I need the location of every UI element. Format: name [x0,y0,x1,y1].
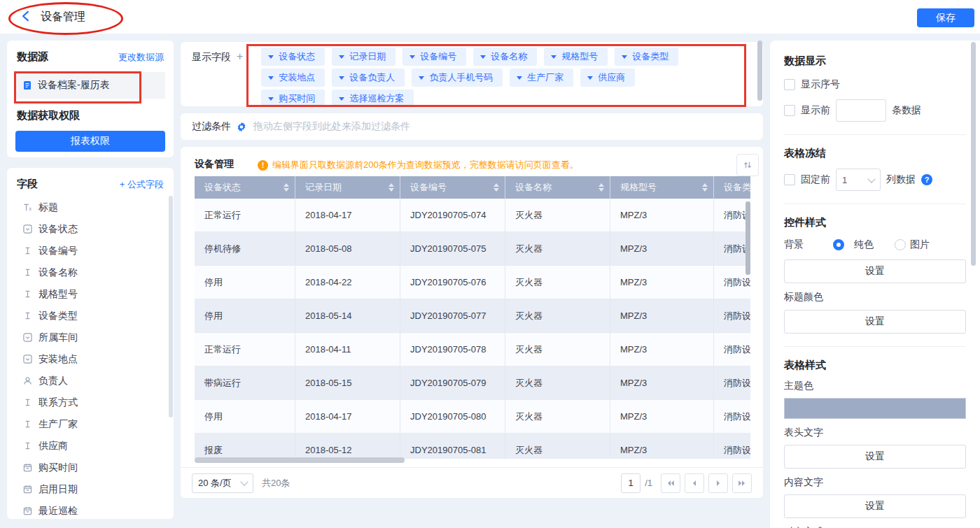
fields-scrollbar-thumb[interactable] [169,196,173,418]
sort-arrows-icon[interactable] [388,183,394,192]
prev-page-button[interactable] [685,473,704,493]
gear-icon[interactable] [237,122,246,131]
chevron-down-icon [268,97,274,101]
field-item[interactable]: 规格型号 [7,283,174,305]
display-field-chip[interactable]: 规格型号 [544,48,608,66]
display-field-chip[interactable]: 生产厂家 [510,69,573,87]
table-body: 正常运行2018-04-17JDY20190705-074灭火器MPZ/3消防设… [195,199,750,459]
change-datasource-link[interactable]: 更改数据源 [118,51,164,64]
table-horizontal-scrollbar[interactable] [195,457,405,463]
next-page-button[interactable] [708,473,728,493]
field-label: 启用日期 [38,483,78,496]
display-field-chip[interactable]: 负责人手机号码 [412,69,503,87]
help-icon[interactable]: ? [921,174,932,185]
field-item[interactable]: 供应商 [7,435,174,457]
row-limit-input[interactable] [836,99,886,122]
table-cell: 灭火器 [505,400,610,433]
field-item[interactable]: 设备名称 [7,262,174,283]
table-freeze-title: 表格冻结 [784,147,966,160]
permission-title: 数据获取权限 [17,109,164,122]
content-text-set-button[interactable]: 设置 [784,494,966,518]
field-item[interactable]: 安装地点 [7,348,174,370]
field-item[interactable]: 生产厂家 [7,413,174,435]
field-item[interactable]: 设备类型 [7,305,174,327]
sort-arrows-icon[interactable] [598,183,604,192]
field-item[interactable]: 启用日期 [7,478,174,500]
filter-card: 过滤条件 拖动左侧字段到此处来添加过滤条件 [181,113,763,140]
column-header[interactable]: 设备编号 [400,176,505,199]
table-vertical-scrollbar[interactable] [746,201,750,275]
display-field-chip[interactable]: 购买时间 [261,90,325,108]
middle-scrollbar-thumb[interactable] [757,41,762,101]
back-icon[interactable] [20,10,32,22]
image-radio[interactable] [895,239,906,250]
column-header[interactable]: 设备状态 [195,176,295,199]
display-field-chip[interactable]: 选择巡检方案 [332,90,414,108]
preview-warning: ! 编辑界面只取数据源前200条作为查询数据预览，完整数据请访问页面查看。 [258,159,579,171]
text-icon [22,268,32,278]
solid-color-radio[interactable] [833,239,844,250]
table-cell: 消防设备 [714,333,750,366]
chevron-down-icon [867,175,875,183]
field-item[interactable]: 最近巡检 [7,500,174,519]
table-row: 停用2018-04-22JDY20190705-076灭火器MPZ/3消防设备 [195,266,750,299]
field-item[interactable]: 负责人 [7,370,174,392]
add-formula-field-link[interactable]: + 公式字段 [120,178,164,191]
column-header[interactable]: 设备名称 [505,176,610,199]
table-cell: 停用 [195,400,295,433]
table-cell: 灭火器 [505,333,610,366]
add-display-field-icon[interactable]: + [237,50,243,63]
column-header[interactable]: 设备类型 [714,176,750,199]
display-field-chip[interactable]: 设备负责人 [332,69,405,87]
background-set-button[interactable]: 设置 [784,259,966,283]
fix-columns-checkbox[interactable] [784,174,795,185]
table-cell: JDY20190705-076 [400,266,505,299]
sort-arrows-icon[interactable] [702,183,708,192]
display-field-chip[interactable]: 记录日期 [332,48,396,66]
field-item[interactable]: 所属车间 [7,327,174,348]
table-row: 停用2018-04-17JDY20190705-080灭火器MPZ/3消防设备 [195,400,750,434]
display-field-chip[interactable]: 安装地点 [261,69,325,87]
datasource-item[interactable]: 设备档案-履历表 [15,72,165,99]
field-item[interactable]: 标题 [7,197,174,218]
save-button[interactable]: 保存 [917,8,974,27]
page-number-input[interactable]: 1 [621,473,640,493]
table-cell: 2018-04-17 [295,199,400,231]
display-field-chip[interactable]: 设备类型 [615,48,678,66]
column-header[interactable]: 规格型号 [610,176,714,199]
field-item[interactable]: 设备状态 [7,218,174,240]
chevron-down-icon [268,55,274,59]
text-icon [22,290,32,299]
filter-drop-placeholder[interactable]: 拖动左侧字段到此处来添加过滤条件 [253,120,410,133]
sort-order-button[interactable] [736,154,759,176]
display-field-chip[interactable]: 设备状态 [261,48,325,66]
show-index-checkbox[interactable] [784,79,795,90]
chevron-down-icon [410,55,415,59]
title-color-set-button[interactable]: 设置 [784,310,966,334]
page-title: 设备管理 [41,10,85,24]
theme-color-swatch[interactable] [784,398,966,419]
header-text-set-button[interactable]: 设置 [784,445,966,469]
settings-panel: 数据显示 显示序号 显示前 条数据 表格冻结 固定前 1 列数据 ? 控件样式 … [770,41,980,528]
table-cell: 灭火器 [505,199,610,231]
report-permission-button[interactable]: 报表权限 [15,131,165,152]
theme-color-label: 主题色 [784,380,966,392]
sort-arrows-icon[interactable] [493,183,499,192]
title-color-label: 标题颜色 [784,291,966,304]
field-item[interactable]: 设备编号 [7,240,174,262]
last-page-button[interactable] [732,473,752,493]
column-header[interactable]: 记录日期 [295,176,400,199]
field-item[interactable]: 购买时间 [7,457,174,478]
display-field-chip[interactable]: 设备名称 [473,48,537,66]
first-page-button[interactable] [661,473,680,493]
field-item[interactable]: 联系方式 [7,392,174,413]
page-size-select[interactable]: 20 条/页 [192,473,253,493]
show-first-checkbox[interactable] [784,105,795,116]
sort-arrows-icon[interactable] [284,183,289,192]
settings-scrollbar-thumb[interactable] [971,42,976,266]
display-field-chip[interactable]: 设备编号 [402,48,466,66]
display-field-chip[interactable]: 供应商 [580,69,635,87]
table-cell: 正常运行 [195,333,295,366]
fix-count-select[interactable]: 1 [836,169,881,191]
text-icon [22,398,32,408]
